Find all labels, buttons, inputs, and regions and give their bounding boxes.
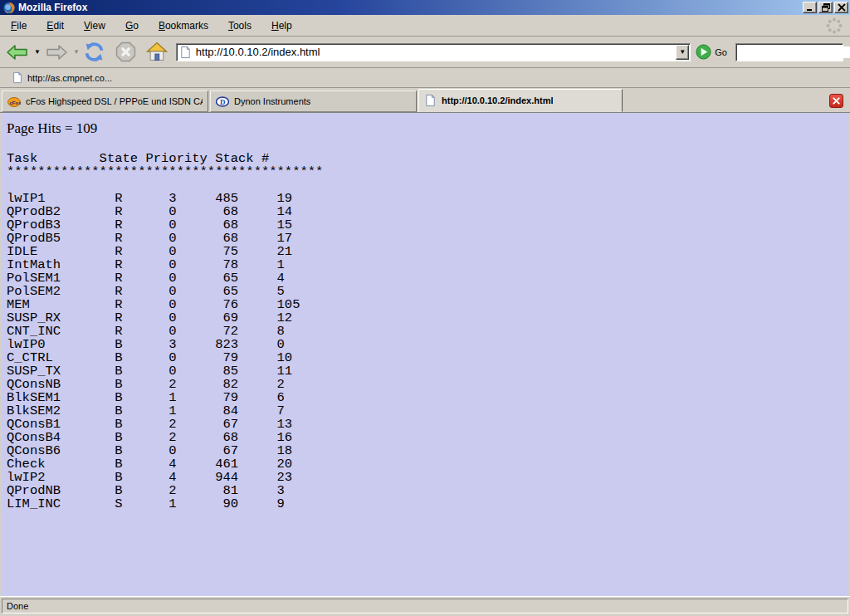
svg-text:cFos: cFos bbox=[10, 100, 22, 105]
svg-text:D: D bbox=[220, 98, 226, 106]
menu-edit[interactable]: Edit bbox=[39, 17, 71, 34]
reload-icon bbox=[83, 41, 105, 63]
firefox-icon bbox=[2, 2, 16, 14]
back-arrow-icon bbox=[5, 42, 30, 63]
search-bar: G bbox=[735, 43, 843, 61]
reload-button[interactable] bbox=[83, 41, 105, 63]
back-dropdown-caret[interactable]: ▼ bbox=[34, 48, 41, 56]
search-input[interactable] bbox=[739, 46, 850, 58]
page-icon bbox=[12, 71, 23, 84]
url-dropdown-button[interactable]: ▼ bbox=[676, 45, 689, 60]
bookmark-item[interactable]: http://as.cmpnet.co... bbox=[7, 70, 117, 86]
menu-file[interactable]: File bbox=[3, 17, 34, 34]
go-button[interactable] bbox=[696, 44, 711, 60]
stop-button[interactable] bbox=[115, 42, 136, 62]
title-bar: Mozilla Firefox bbox=[0, 0, 850, 15]
bookmark-label: http://as.cmpnet.co... bbox=[27, 73, 112, 83]
close-icon bbox=[833, 97, 840, 105]
page-hits-text: Page Hits = 109 bbox=[7, 120, 848, 137]
tab-strip: cFos cFos Highspeed DSL / PPPoE und ISDN… bbox=[0, 88, 850, 113]
cfos-icon: cFos bbox=[7, 95, 21, 107]
page-content: Page Hits = 109 Task State Priority Stac… bbox=[0, 113, 850, 596]
page-icon bbox=[179, 46, 192, 59]
url-input[interactable] bbox=[192, 46, 676, 58]
forward-arrow-icon bbox=[44, 42, 69, 63]
window-title: Mozilla Firefox bbox=[18, 2, 801, 13]
navigation-toolbar: ▼ ▼ bbox=[0, 37, 850, 68]
minimize-button[interactable] bbox=[803, 2, 817, 13]
status-bar: Done bbox=[0, 596, 850, 616]
throbber-icon bbox=[823, 16, 845, 36]
menu-bar: File Edit View Go Bookmarks Tools Help bbox=[0, 15, 850, 37]
browser-window: Mozilla Firefox File Edit View Go Bookma… bbox=[0, 0, 850, 616]
stop-icon bbox=[115, 42, 136, 62]
back-button[interactable] bbox=[5, 42, 30, 63]
menu-bookmarks[interactable]: Bookmarks bbox=[151, 17, 216, 34]
tab-label: Dynon Instruments bbox=[234, 96, 310, 106]
tab-cfos[interactable]: cFos cFos Highspeed DSL / PPPoE und ISDN… bbox=[2, 90, 208, 112]
tab-index-html[interactable]: http://10.0.10.2/index.html bbox=[418, 89, 623, 112]
menu-help[interactable]: Help bbox=[264, 17, 300, 34]
status-field: Done bbox=[2, 599, 848, 614]
page-icon bbox=[424, 94, 437, 107]
menu-go[interactable]: Go bbox=[118, 17, 146, 34]
forward-button[interactable] bbox=[44, 42, 69, 63]
tab-dynon[interactable]: D Dynon Instruments bbox=[210, 90, 417, 112]
home-icon bbox=[146, 42, 168, 62]
home-button[interactable] bbox=[146, 42, 168, 62]
dynon-icon: D bbox=[216, 96, 229, 107]
forward-dropdown-caret[interactable]: ▼ bbox=[73, 48, 80, 56]
status-text: Done bbox=[7, 601, 28, 611]
go-icon bbox=[696, 44, 711, 60]
bookmarks-toolbar: http://as.cmpnet.co... bbox=[0, 68, 850, 88]
go-label[interactable]: Go bbox=[715, 47, 727, 57]
location-bar: ▼ bbox=[176, 43, 691, 61]
close-tab-button[interactable] bbox=[829, 94, 843, 108]
menu-view[interactable]: View bbox=[76, 17, 113, 34]
menu-tools[interactable]: Tools bbox=[221, 17, 259, 34]
close-button[interactable] bbox=[834, 2, 848, 13]
restore-button[interactable] bbox=[818, 2, 833, 13]
task-table: Task State Priority Stack # ************… bbox=[7, 152, 848, 511]
tab-label: http://10.0.10.2/index.html bbox=[442, 95, 553, 105]
tab-label: cFos Highspeed DSL / PPPoE und ISDN CAP.… bbox=[26, 96, 203, 106]
